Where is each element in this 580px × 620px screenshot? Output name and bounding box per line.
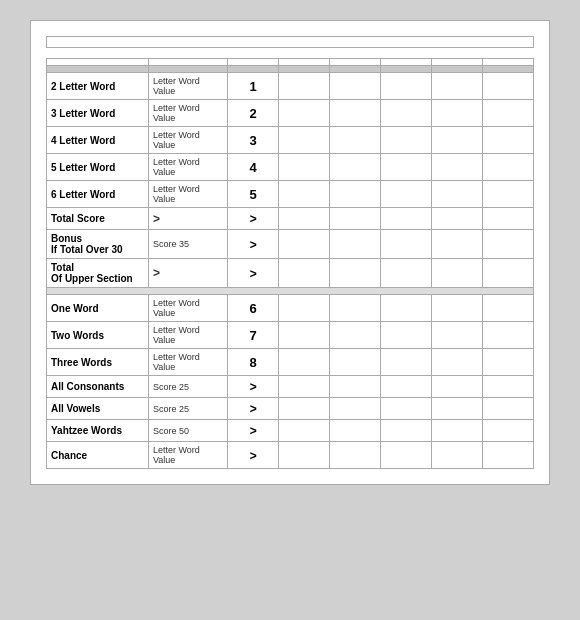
game-cell-4 bbox=[432, 420, 483, 442]
table-row: 6 Letter WordLetter Word Value5 bbox=[47, 181, 534, 208]
game-cell-3 bbox=[381, 181, 432, 208]
round-cell: 7 bbox=[228, 322, 279, 349]
round-cell: > bbox=[228, 208, 279, 230]
game1-header bbox=[279, 66, 330, 73]
game-cell-4 bbox=[432, 442, 483, 469]
table-row: 2 Letter WordLetter Word Value1 bbox=[47, 73, 534, 100]
scoring-cell: Letter Word Value bbox=[148, 349, 227, 376]
game-cell-2 bbox=[330, 349, 381, 376]
game-cell-4 bbox=[432, 349, 483, 376]
players-name-game3 bbox=[381, 59, 432, 66]
game-cell-5 bbox=[482, 73, 533, 100]
scoring-cell: Letter Word Value bbox=[148, 181, 227, 208]
scoring-cell: Letter Word Value bbox=[148, 73, 227, 100]
game-cell-3 bbox=[381, 420, 432, 442]
round-cell: 3 bbox=[228, 127, 279, 154]
players-name-game5 bbox=[482, 59, 533, 66]
game-cell-4 bbox=[432, 295, 483, 322]
game-cell-1 bbox=[279, 322, 330, 349]
scoring-cell: > bbox=[148, 208, 227, 230]
scoring-cell: Letter Word Value bbox=[148, 322, 227, 349]
game3-header bbox=[381, 66, 432, 73]
game-cell-1 bbox=[279, 349, 330, 376]
row-label: TotalOf Upper Section bbox=[47, 259, 149, 288]
game-cell-1 bbox=[279, 73, 330, 100]
table-row: 3 Letter WordLetter Word Value2 bbox=[47, 100, 534, 127]
game-cell-4 bbox=[432, 230, 483, 259]
table-row: ChanceLetter Word Value> bbox=[47, 442, 534, 469]
game-cell-1 bbox=[279, 295, 330, 322]
game-cell-4 bbox=[432, 154, 483, 181]
table-row: All ConsonantsScore 25> bbox=[47, 376, 534, 398]
game5-header bbox=[482, 66, 533, 73]
table-row: Two WordsLetter Word Value7 bbox=[47, 322, 534, 349]
game-cell-5 bbox=[482, 127, 533, 154]
round-cell: 8 bbox=[228, 349, 279, 376]
row-label: Three Words bbox=[47, 349, 149, 376]
game-cell-5 bbox=[482, 420, 533, 442]
row-label: 3 Letter Word bbox=[47, 100, 149, 127]
round-cell: > bbox=[228, 259, 279, 288]
players-name-value bbox=[148, 59, 227, 66]
scoring-cell: Letter Word Value bbox=[148, 100, 227, 127]
game-cell-2 bbox=[330, 376, 381, 398]
game-cell-4 bbox=[432, 259, 483, 288]
row-label: Two Words bbox=[47, 322, 149, 349]
row-label: Yahtzee Words bbox=[47, 420, 149, 442]
game-cell-1 bbox=[279, 398, 330, 420]
scoring-cell: Score 50 bbox=[148, 420, 227, 442]
round-cell: > bbox=[228, 420, 279, 442]
game-cell-5 bbox=[482, 398, 533, 420]
title bbox=[46, 36, 534, 48]
scoring-header bbox=[148, 66, 227, 73]
game-cell-1 bbox=[279, 208, 330, 230]
table-row: One WordLetter Word Value6 bbox=[47, 295, 534, 322]
game-cell-3 bbox=[381, 376, 432, 398]
game-cell-2 bbox=[330, 208, 381, 230]
game-cell-5 bbox=[482, 208, 533, 230]
players-name-game4 bbox=[432, 59, 483, 66]
game-cell-3 bbox=[381, 154, 432, 181]
row-label: 2 Letter Word bbox=[47, 73, 149, 100]
row-label: 4 Letter Word bbox=[47, 127, 149, 154]
game-cell-2 bbox=[330, 398, 381, 420]
game-cell-1 bbox=[279, 127, 330, 154]
scoring-cell: Letter Word Value bbox=[148, 127, 227, 154]
players-name-game1 bbox=[279, 59, 330, 66]
round-header bbox=[228, 66, 279, 73]
row-label: All Vowels bbox=[47, 398, 149, 420]
row-label: 5 Letter Word bbox=[47, 154, 149, 181]
table-row: Total Score>> bbox=[47, 208, 534, 230]
game-cell-1 bbox=[279, 181, 330, 208]
game-cell-3 bbox=[381, 100, 432, 127]
game-cell-2 bbox=[330, 322, 381, 349]
game-cell-5 bbox=[482, 442, 533, 469]
game-cell-4 bbox=[432, 100, 483, 127]
game-cell-4 bbox=[432, 376, 483, 398]
players-name-label bbox=[47, 59, 149, 66]
game-cell-5 bbox=[482, 322, 533, 349]
round-cell: > bbox=[228, 442, 279, 469]
game-cell-2 bbox=[330, 73, 381, 100]
row-label: All Consonants bbox=[47, 376, 149, 398]
game-cell-5 bbox=[482, 230, 533, 259]
round-cell: > bbox=[228, 376, 279, 398]
game-cell-3 bbox=[381, 398, 432, 420]
scoring-cell: Score 35 bbox=[148, 230, 227, 259]
table-row: 5 Letter WordLetter Word Value4 bbox=[47, 154, 534, 181]
round-cell: 5 bbox=[228, 181, 279, 208]
table-row: All VowelsScore 25> bbox=[47, 398, 534, 420]
game-cell-3 bbox=[381, 322, 432, 349]
table-row: TotalOf Upper Section>> bbox=[47, 259, 534, 288]
game-cell-2 bbox=[330, 420, 381, 442]
round-cell: > bbox=[228, 398, 279, 420]
game-cell-4 bbox=[432, 322, 483, 349]
game-cell-4 bbox=[432, 127, 483, 154]
row-label: BonusIf Total Over 30 bbox=[47, 230, 149, 259]
table-row: 4 Letter WordLetter Word Value3 bbox=[47, 127, 534, 154]
game-cell-3 bbox=[381, 349, 432, 376]
lower-section-header bbox=[47, 288, 534, 295]
row-label: 6 Letter Word bbox=[47, 181, 149, 208]
game-cell-5 bbox=[482, 154, 533, 181]
game-cell-1 bbox=[279, 154, 330, 181]
